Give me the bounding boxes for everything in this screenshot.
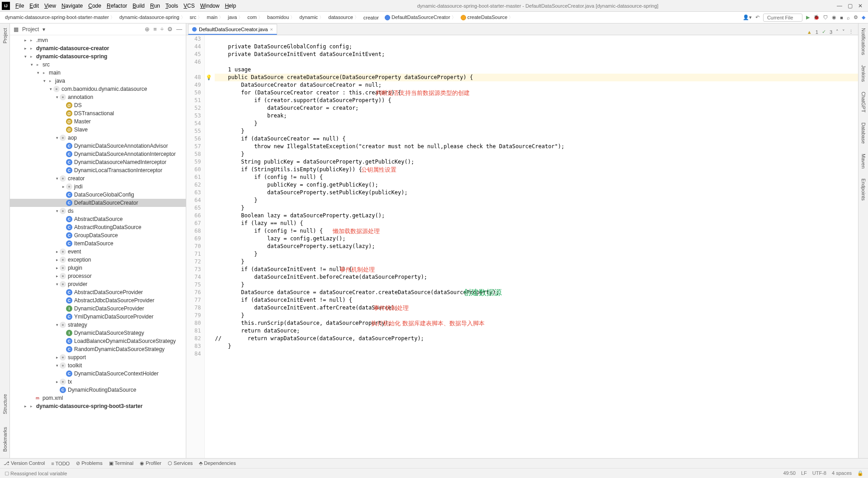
tree-node[interactable]: CItemDataSource: [10, 239, 186, 248]
tree-node[interactable]: ▸●event: [10, 248, 186, 256]
breadcrumb[interactable]: com: [245, 14, 265, 22]
lock-icon[interactable]: 🔒: [857, 470, 863, 476]
menu-vcs[interactable]: VCS: [181, 2, 198, 10]
chatgpt-tab[interactable]: ChatGPT: [860, 90, 867, 114]
breadcrumb[interactable]: creator: [361, 14, 382, 21]
editor-tab[interactable]: DefaultDataSourceCreator.java ×: [188, 24, 277, 35]
tree-node[interactable]: ▸●exception: [10, 256, 186, 264]
menu-view[interactable]: View: [42, 2, 59, 10]
menu-refactor[interactable]: Refactor: [104, 2, 130, 10]
chevron-up-icon[interactable]: ˄: [836, 29, 839, 35]
tree-node[interactable]: ▾●annotation: [10, 93, 186, 101]
maven-tab[interactable]: Maven: [860, 152, 867, 170]
run-config-dropdown[interactable]: Current File: [763, 14, 802, 22]
code-area[interactable]: 4344454648495051525354555657585960616263…: [186, 35, 858, 458]
tree-node[interactable]: IDynamicDataSourceProvider: [10, 305, 186, 313]
breadcrumb-method[interactable]: createDataSource: [458, 14, 516, 22]
structure-tab[interactable]: Structure: [1, 392, 9, 416]
tree-node[interactable]: ▾●ds: [10, 207, 186, 215]
tree-node[interactable]: ▾●com.baomidou.dynamic.datasource: [10, 85, 186, 93]
profile-icon[interactable]: ◉: [832, 14, 836, 20]
tab-close-icon[interactable]: ×: [270, 27, 273, 32]
breadcrumb[interactable]: dynamic-datasource-spring-boot-starter-m…: [3, 14, 117, 22]
breadcrumb-class[interactable]: DefaultDataSourceCreator: [382, 14, 458, 22]
settings-gear-icon[interactable]: ⚙: [167, 26, 173, 33]
tree-node[interactable]: CDynamicDataSourceAnnotationInterceptor: [10, 150, 186, 158]
tree-node[interactable]: CDynamicDataSourceContextHolder: [10, 370, 186, 378]
encoding[interactable]: UTF-8: [812, 470, 826, 476]
terminal-tab[interactable]: ▣ Terminal: [109, 460, 133, 466]
tree-node[interactable]: CDynamicDataSourceAnnotationAdvisor: [10, 142, 186, 150]
tree-node[interactable]: ▾●provider: [10, 280, 186, 288]
maximize-icon[interactable]: ▢: [848, 3, 853, 9]
settings-icon[interactable]: ⚙: [854, 14, 858, 20]
menu-build[interactable]: Build: [130, 2, 147, 10]
chevron-down-icon[interactable]: ˅: [842, 29, 845, 35]
stop-icon[interactable]: ■: [840, 15, 843, 20]
dependencies-tab[interactable]: ⬘ Dependencies: [199, 460, 236, 466]
tree-node[interactable]: ▸●plugin: [10, 264, 186, 272]
close-icon[interactable]: ✕: [858, 3, 863, 9]
tree-node[interactable]: ▾▸dynamic-datasource-spring: [10, 52, 186, 61]
line-separator[interactable]: LF: [801, 470, 807, 476]
tree-node[interactable]: ▾▸main: [10, 69, 186, 77]
tree-node[interactable]: CDynamicLocalTransactionInterceptor: [10, 166, 186, 174]
status-square-icon[interactable]: ▢: [5, 470, 9, 476]
tree-node[interactable]: ▾●creator: [10, 174, 186, 183]
debug-icon[interactable]: 🐞: [813, 14, 820, 20]
breadcrumb[interactable]: baomidou: [265, 14, 297, 22]
tree-node[interactable]: CYmlDynamicDataSourceProvider: [10, 313, 186, 321]
project-tree[interactable]: ▸▸.mvn▸▸dynamic-datasource-creator▾▸dyna…: [10, 35, 186, 458]
bookmarks-tab[interactable]: Bookmarks: [1, 425, 9, 454]
problems-tab[interactable]: ⊘ Problems: [76, 460, 103, 466]
tree-node[interactable]: ▸▸.mvn: [10, 36, 186, 44]
tree-node[interactable]: CDefaultDataSourceCreator: [10, 199, 186, 207]
menu-navigate[interactable]: Navigate: [59, 2, 85, 10]
inspections-widget[interactable]: ▲1 ✓3 ˄ ˅ ⋮: [802, 29, 858, 35]
menu-edit[interactable]: Edit: [27, 2, 42, 10]
profiler-tab[interactable]: ◉ Profiler: [140, 460, 161, 466]
tree-node[interactable]: CDataSourceGlobalConfig: [10, 191, 186, 199]
indent[interactable]: 4 spaces: [832, 470, 852, 476]
tree-node[interactable]: ▸●support: [10, 353, 186, 361]
tree-node[interactable]: @Slave: [10, 126, 186, 134]
menu-window[interactable]: Window: [198, 2, 222, 10]
code-content[interactable]: private DataSourceGlobalConfig config; p…: [213, 35, 858, 458]
menu-help[interactable]: Help: [222, 2, 239, 10]
todo-tab[interactable]: ≡ TODO: [51, 461, 70, 466]
tree-node[interactable]: ▾●strategy: [10, 321, 186, 329]
breadcrumb[interactable]: dynamic: [297, 14, 326, 22]
tree-node[interactable]: CAbstractRoutingDataSource: [10, 223, 186, 231]
jenkins-tab[interactable]: Jenkins: [860, 63, 867, 84]
database-tab[interactable]: Database: [860, 121, 867, 145]
tree-node[interactable]: ▸●jndi: [10, 183, 186, 191]
tree-node[interactable]: ▾●aop: [10, 134, 186, 142]
more-icon[interactable]: ⋮: [849, 29, 854, 35]
tree-node[interactable]: CAbstractDataSource: [10, 215, 186, 223]
tree-node[interactable]: ▸▸dynamic-datasource-creator: [10, 44, 186, 52]
tree-node[interactable]: CDynamicRoutingDataSource: [10, 386, 186, 394]
collapse-all-icon[interactable]: ÷: [160, 26, 164, 33]
tree-node[interactable]: CDynamicDatasourceNamedInterceptor: [10, 158, 186, 166]
endpoints-tab[interactable]: Endpoints: [860, 177, 867, 202]
project-tab[interactable]: Project: [1, 26, 9, 45]
search-icon[interactable]: ⌕: [847, 15, 850, 20]
select-opened-icon[interactable]: ⊕: [145, 26, 150, 33]
tree-node[interactable]: mpom.xml: [10, 394, 186, 402]
breadcrumb[interactable]: java: [226, 14, 245, 22]
tree-node[interactable]: CLoadBalanceDynamicDataSourceStrategy: [10, 337, 186, 345]
assist-icon[interactable]: ◆: [862, 14, 865, 20]
run-icon[interactable]: ▶: [806, 14, 810, 20]
minimize-icon[interactable]: —: [837, 3, 842, 9]
expand-all-icon[interactable]: ≡: [153, 26, 157, 33]
tree-node[interactable]: IDynamicDataSourceStrategy: [10, 329, 186, 337]
menu-tools[interactable]: Tools: [163, 2, 181, 10]
services-tab[interactable]: ⬡ Services: [168, 460, 193, 466]
tree-node[interactable]: @DSTransactional: [10, 109, 186, 117]
hide-icon[interactable]: —: [176, 26, 182, 33]
tree-node[interactable]: ▾▸java: [10, 77, 186, 85]
tree-node[interactable]: CRandomDynamicDataSourceStrategy: [10, 345, 186, 353]
tree-node[interactable]: ▾▸src: [10, 61, 186, 69]
menu-file[interactable]: File: [13, 2, 27, 10]
tree-node[interactable]: ▾●toolkit: [10, 361, 186, 370]
